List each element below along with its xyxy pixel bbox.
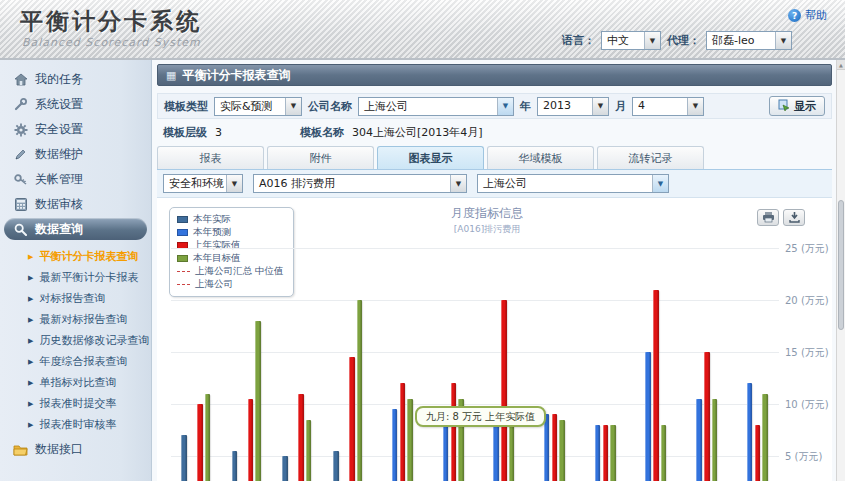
bar-本年目标值-四月[interactable]	[357, 300, 363, 481]
template-type-select[interactable]: 实际&预测 ▼	[214, 97, 302, 116]
bar-本年预测-九月[interactable]	[595, 425, 601, 481]
agent-select[interactable]: 邵磊-leo ▼	[706, 31, 792, 50]
triangle-bullet-icon: ▶	[28, 337, 33, 345]
bar-本年目标值-一月[interactable]	[205, 394, 211, 481]
sidebar-subitem-label: 年度综合报表查询	[39, 354, 127, 369]
tab-附件[interactable]: 附件	[267, 146, 374, 169]
bar-本年预测-十月[interactable]	[645, 352, 651, 481]
bar-上年实际值-五月[interactable]	[400, 383, 406, 481]
month-select[interactable]: 4 ▼	[632, 97, 704, 116]
bar-本年目标值-十一月[interactable]	[712, 399, 718, 481]
bar-上年实际值-九月[interactable]	[603, 425, 609, 481]
scroll-up-arrow-icon[interactable]: ▲	[837, 60, 845, 70]
bar-本年预测-十一月[interactable]	[696, 399, 702, 481]
tab-流转记录[interactable]: 流转记录	[597, 146, 704, 169]
legend-item: 上海公司汇总 中位值	[177, 265, 284, 278]
sidebar-subitem-label: 报表准时审核率	[39, 417, 116, 432]
bar-本年目标值-九月[interactable]	[610, 425, 616, 481]
bar-本年实际-四月[interactable]	[333, 451, 339, 481]
company-select[interactable]: 上海公司 ▼	[358, 97, 514, 116]
print-button[interactable]	[757, 209, 779, 226]
bar-本年预测-十二月[interactable]	[747, 383, 753, 481]
vertical-scrollbar[interactable]: ▲	[836, 60, 845, 481]
chevron-down-icon[interactable]: ▼	[497, 98, 513, 115]
sidebar-item[interactable]: 安全设置	[0, 117, 151, 142]
sidebar-subitem[interactable]: ▶对标报告查询	[0, 288, 151, 309]
year-select[interactable]: 2013 ▼	[537, 97, 609, 116]
sidebar-item[interactable]: 系统设置	[0, 92, 151, 117]
bar-上年实际值-七月[interactable]	[501, 300, 507, 481]
bar-本年预测-五月[interactable]	[392, 409, 398, 481]
year-label: 年	[520, 99, 531, 114]
bar-上年实际值-十二月[interactable]	[755, 425, 761, 481]
legend-item: 上年实际值	[177, 239, 284, 252]
sidebar-item[interactable]: 我的任务	[0, 67, 151, 92]
sidebar-subitem[interactable]: ▶最新平衡计分卡报表	[0, 267, 151, 288]
bar-上年实际值-二月[interactable]	[248, 399, 254, 481]
bar-上年实际值-十一月[interactable]	[704, 352, 710, 481]
bar-本年目标值-三月[interactable]	[306, 420, 312, 481]
sidebar-item-label: 数据维护	[35, 146, 83, 163]
bar-本年预测-八月[interactable]	[544, 414, 550, 481]
bar-上年实际值-四月[interactable]	[349, 357, 355, 481]
bar-本年目标值-七月[interactable]	[509, 425, 515, 481]
chevron-down-icon[interactable]: ▼	[644, 32, 660, 49]
bar-本年目标值-十月[interactable]	[661, 425, 667, 481]
report-grid-icon: ▦	[166, 69, 176, 82]
sidebar-item[interactable]: 数据查询	[4, 218, 147, 240]
bar-本年实际-一月[interactable]	[181, 435, 187, 481]
y-axis-tick-label: 10 (万元)	[785, 398, 832, 412]
export-button[interactable]	[783, 209, 805, 226]
tab-报表[interactable]: 报表	[157, 146, 264, 169]
bar-本年预测-七月[interactable]	[493, 425, 499, 481]
sidebar-subitem[interactable]: ▶最新对标报告查询	[0, 309, 151, 330]
sidebar-subitem[interactable]: ▶历史数据修改记录查询	[0, 330, 151, 351]
show-button[interactable]: 显示	[769, 96, 825, 116]
sidebar: 我的任务系统设置安全设置数据维护关帐管理数据审核数据查询 ▶平衡计分卡报表查询▶…	[0, 60, 152, 481]
bar-上年实际值-六月[interactable]	[451, 383, 457, 481]
bar-本年预测-六月[interactable]	[443, 425, 449, 481]
chevron-down-icon[interactable]: ▼	[450, 175, 466, 192]
sidebar-subitem-label: 平衡计分卡报表查询	[39, 249, 138, 264]
chevron-down-icon[interactable]: ▼	[592, 98, 608, 115]
chart-company-select[interactable]: 上海公司 ▼	[477, 174, 669, 193]
chevron-down-icon[interactable]: ▼	[775, 32, 791, 49]
bar-本年实际-三月[interactable]	[282, 456, 288, 481]
sidebar-subitem[interactable]: ▶年度综合报表查询	[0, 351, 151, 372]
chevron-down-icon[interactable]: ▼	[652, 175, 668, 192]
language-select[interactable]: 中文 ▼	[601, 31, 661, 50]
sidebar-item-label: 我的任务	[35, 71, 83, 88]
sidebar-subitem[interactable]: ▶单指标对比查询	[0, 372, 151, 393]
sidebar-item[interactable]: 关帐管理	[0, 167, 151, 192]
chevron-down-icon[interactable]: ▼	[687, 98, 703, 115]
sidebar-item[interactable]: 数据审核	[0, 192, 151, 217]
sidebar-menu: 我的任务系统设置安全设置数据维护关帐管理数据审核数据查询	[0, 60, 151, 240]
sidebar-subitem[interactable]: ▶报表准时审核率	[0, 414, 151, 435]
bar-上年实际值-十月[interactable]	[653, 290, 659, 481]
scrollbar-thumb[interactable]	[838, 200, 844, 330]
sidebar-subitem[interactable]: ▶报表准时提交率	[0, 393, 151, 414]
bar-上年实际值-八月[interactable]	[552, 414, 558, 481]
company-name-label: 公司名称	[308, 99, 352, 114]
tab-华域模板[interactable]: 华域模板	[487, 146, 594, 169]
sidebar-item-label: 系统设置	[35, 96, 83, 113]
help-button[interactable]: ? 帮助	[788, 8, 827, 23]
chevron-down-icon[interactable]: ▼	[226, 175, 242, 192]
category-select[interactable]: 安全和环境 ▼	[163, 174, 243, 193]
legend-swatch	[177, 229, 188, 236]
indicator-select[interactable]: A016 排污费用 ▼	[253, 174, 467, 193]
bar-本年目标值-十二月[interactable]	[762, 394, 768, 481]
sidebar-item[interactable]: 数据维护	[0, 142, 151, 167]
bar-本年目标值-二月[interactable]	[255, 321, 261, 481]
sidebar-item-data-interface[interactable]: 数据接口	[0, 437, 151, 462]
sidebar-item-label: 数据审核	[35, 196, 83, 213]
bar-上年实际值-三月[interactable]	[298, 394, 304, 481]
sidebar-subitem[interactable]: ▶平衡计分卡报表查询	[0, 246, 151, 267]
bar-上年实际值-一月[interactable]	[197, 404, 203, 481]
bar-本年目标值-五月[interactable]	[407, 399, 413, 481]
chevron-down-icon[interactable]: ▼	[285, 98, 301, 115]
sidebar-submenu: ▶平衡计分卡报表查询▶最新平衡计分卡报表▶对标报告查询▶最新对标报告查询▶历史数…	[0, 241, 151, 435]
bar-本年实际-二月[interactable]	[232, 451, 238, 481]
bar-本年目标值-八月[interactable]	[559, 420, 565, 481]
tab-图表显示[interactable]: 图表显示	[377, 146, 484, 169]
